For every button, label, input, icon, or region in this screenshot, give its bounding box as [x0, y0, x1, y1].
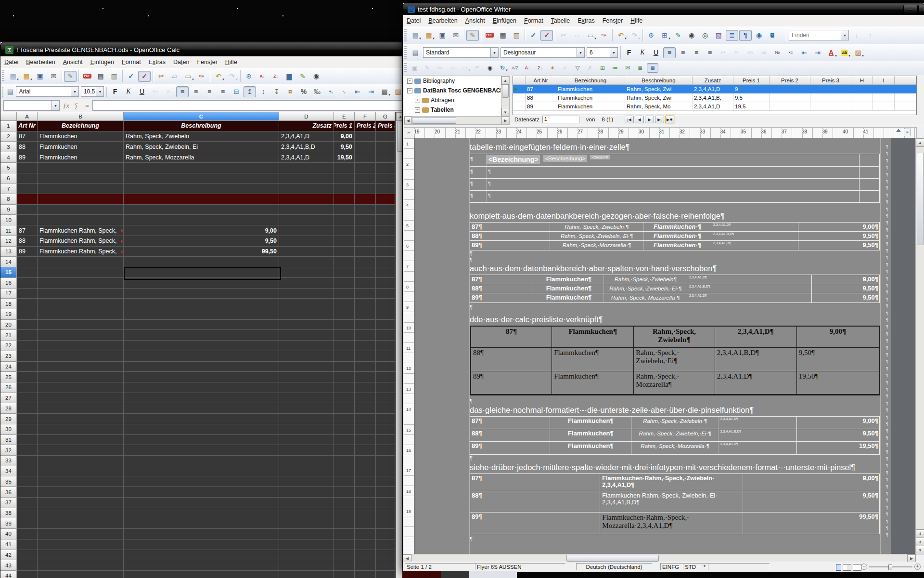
bold-icon[interactable]: F [623, 47, 635, 58]
calc-menu-ansicht[interactable]: Ansicht [59, 57, 87, 67]
row-header-12[interactable]: 12 [0, 236, 17, 247]
align-vcenter-icon[interactable]: ↕ [257, 86, 270, 97]
calc-cell-B42[interactable] [38, 550, 124, 561]
calc-font-size-combo[interactable]: 10,5 ▼ [81, 86, 104, 97]
calc-cell-G32[interactable] [376, 445, 395, 456]
row-header-18[interactable]: 18 [0, 299, 17, 309]
current-doc-datasource-icon[interactable]: ≣ [634, 63, 646, 73]
calc-cell-D10[interactable] [279, 215, 334, 225]
calc-cell-B9[interactable] [38, 205, 124, 215]
justify-icon[interactable]: ≡ [704, 47, 716, 58]
doc-table-fields[interactable]: ¶ <Bezeichnung> <Beschreibung> <Zusatz>¶… [470, 154, 880, 203]
lowercase-icon[interactable]: aa [757, 47, 770, 58]
function-wizard-icon[interactable]: ƒx [61, 101, 71, 110]
calc-cell-G44[interactable] [376, 571, 395, 578]
row-header-39[interactable]: 39 [0, 518, 17, 529]
calc-cell-G3[interactable] [376, 142, 395, 152]
table-cell[interactable]: 2,3,4,A1,D¶ [711, 223, 798, 231]
open-icon[interactable]: ▦▼ [423, 30, 435, 41]
calc-cell-D44[interactable] [279, 571, 334, 578]
calc-cell-D7[interactable] [279, 184, 334, 194]
calc-cell-B36[interactable] [38, 487, 124, 498]
calc-cell-E42[interactable] [334, 550, 355, 561]
row-header-29[interactable]: 29 [0, 414, 17, 424]
row-header-44[interactable]: 44 [0, 571, 17, 578]
first-record-icon[interactable]: |◀ [625, 116, 634, 123]
table-cell[interactable]: Rahm,·Speck,·Zwiebeln·¶ [550, 223, 644, 231]
grid-column-h[interactable]: H [851, 76, 873, 85]
calc-cell-A5[interactable] [17, 163, 38, 173]
calc-cell-D37[interactable] [279, 498, 334, 508]
calc-cell-G17[interactable] [376, 289, 395, 299]
calc-cell-F9[interactable] [355, 205, 376, 215]
book-view-icon[interactable] [853, 564, 861, 571]
calc-cell-A34[interactable] [17, 466, 38, 477]
spellcheck-icon[interactable]: ✓ [125, 71, 137, 82]
undo-icon[interactable]: ↶▼ [615, 30, 627, 41]
tree-item-datbank-tosc-gengenbach[interactable]: −DatBank Tosc GENGENBACH [404, 86, 509, 95]
row-header-34[interactable]: 34 [0, 466, 17, 477]
calc-cell-A20[interactable] [17, 320, 38, 330]
calc-cell-D32[interactable] [279, 445, 334, 456]
calc-cell-G41[interactable] [376, 539, 395, 550]
writer-paragraph-style-combo[interactable]: Standard ▼ [423, 47, 499, 58]
chevron-down-icon[interactable]: ▼ [490, 48, 498, 57]
calc-cell-E38[interactable] [334, 508, 355, 519]
row-header-38[interactable]: 38 [0, 508, 17, 519]
column-header-E[interactable]: E [334, 112, 355, 121]
edit-file-icon[interactable]: ✎ [466, 30, 479, 41]
writer-menu-tabelle[interactable]: Tabelle [547, 16, 574, 26]
calc-cell-G4[interactable] [376, 152, 395, 163]
chevron-down-icon[interactable]: ▼ [96, 87, 103, 96]
calc-cell-B44[interactable] [38, 571, 124, 578]
table-cell[interactable]: ¶ [470, 154, 486, 166]
calc-cell-B43[interactable] [38, 560, 124, 571]
copy-icon[interactable]: ▱ [447, 63, 458, 73]
calc-cell-E21[interactable] [334, 330, 355, 341]
calc-cell-F20[interactable] [355, 320, 376, 330]
writer-horizontal-scrollbar[interactable]: ◀ ▶ [403, 554, 916, 562]
delete-decimal-icon[interactable]: -, [338, 86, 350, 97]
row-header-35[interactable]: 35 [0, 476, 17, 487]
cut-icon[interactable]: ✂ [155, 71, 167, 82]
calc-cell-E11[interactable] [334, 225, 355, 236]
grid-row-89[interactable]: 89FlammkuchenRahm, Speck, Mo2,3,4,A1,D19… [513, 102, 916, 111]
calc-cell-C10[interactable] [124, 215, 279, 225]
calc-menu-daten[interactable]: Daten [169, 57, 193, 67]
row-header-14[interactable]: 14 [0, 257, 17, 267]
calc-cell-A13[interactable]: 89 [17, 247, 38, 257]
undo-data-icon[interactable]: ↶ [472, 63, 483, 73]
grid-cell[interactable]: 89 [526, 102, 556, 111]
calc-cell-A7[interactable] [17, 184, 38, 194]
calc-cell-C20[interactable] [124, 320, 279, 330]
styles-window-icon[interactable]: ▤ [409, 47, 422, 58]
calc-cell-A16[interactable] [17, 278, 38, 289]
calc-cell-F38[interactable] [355, 508, 376, 519]
calc-cell-B28[interactable] [38, 403, 124, 414]
column-header-F[interactable]: F [355, 112, 376, 121]
writer-menu-format[interactable]: Format [520, 16, 547, 26]
paste-icon[interactable]: ▭▼ [182, 71, 194, 82]
calc-cell-C21[interactable] [124, 330, 279, 341]
calc-cell-D3[interactable]: 2,3,4,A1,B,D [279, 142, 334, 152]
horizontal-ruler[interactable]: 1920212223242526272829303132333435363738… [414, 127, 917, 138]
calc-cell-F10[interactable] [355, 215, 376, 225]
field-zusatz[interactable]: <Zusatz>¶ [590, 155, 610, 159]
scroll-left-icon[interactable]: ◀ [403, 554, 411, 562]
calc-cell-G40[interactable] [376, 529, 395, 539]
grid-cell[interactable] [770, 93, 810, 102]
calc-cell-B1[interactable]: Bezeichnung [38, 121, 124, 131]
calc-cell-F22[interactable] [355, 341, 376, 351]
export-pdf-icon[interactable]: PDF [483, 30, 496, 41]
calc-cell-C28[interactable] [124, 403, 279, 414]
calc-cell-A35[interactable] [17, 476, 38, 487]
calc-cell-D4[interactable]: 2,3,4,A1,D [279, 152, 334, 163]
zoom-icon[interactable]: ◉ [753, 30, 765, 41]
row-header-23[interactable]: 23 [0, 351, 17, 362]
calc-menu-fenster[interactable]: Fenster [193, 57, 221, 67]
calc-cell-B34[interactable] [38, 466, 124, 477]
font-color-icon[interactable]: A▼ [825, 47, 837, 58]
sort-ascending-icon[interactable]: A↓ [256, 71, 269, 82]
grid-cell[interactable] [873, 102, 895, 111]
calc-cell-D6[interactable] [279, 173, 334, 184]
